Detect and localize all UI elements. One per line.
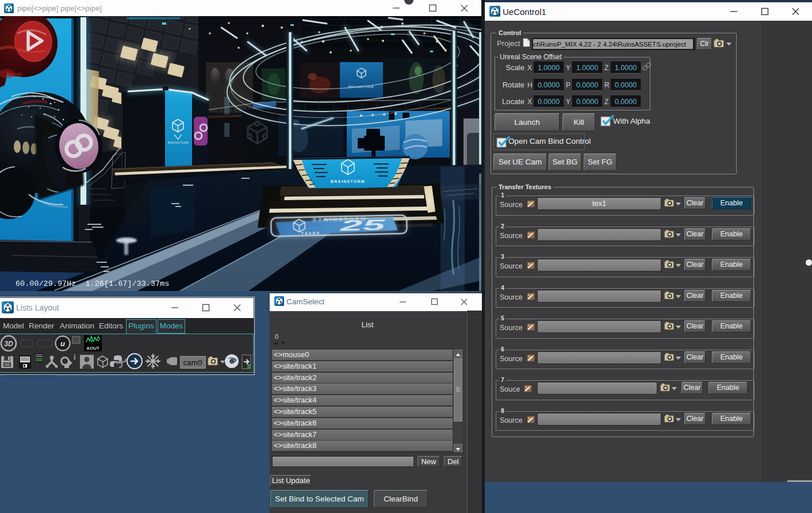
svg-text:cam0: cam0 [183,358,202,367]
svg-text:AOUT: AOUT [86,346,99,351]
svg-text:u: u [60,339,65,348]
svg-text:3D: 3D [4,340,13,348]
svg-text:i: i [74,353,76,361]
